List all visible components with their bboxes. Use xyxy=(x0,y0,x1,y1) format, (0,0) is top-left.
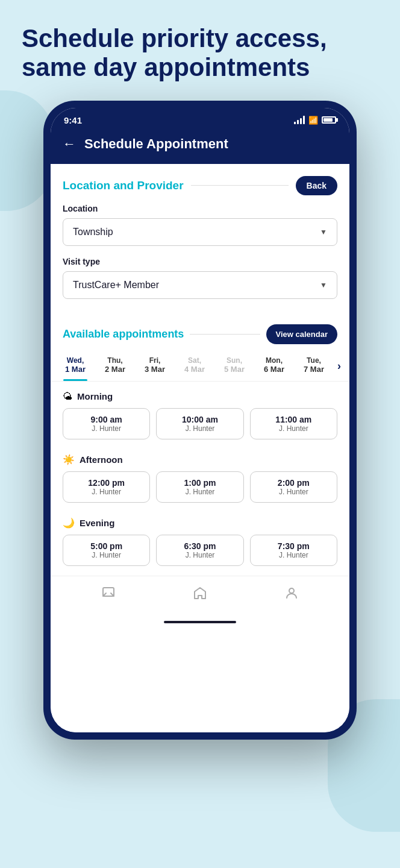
app-content: Location and Provider Back Location Town… xyxy=(51,164,349,732)
time-group-header-evening: 🌙Evening xyxy=(63,517,337,529)
time-group-header-afternoon: ☀️Afternoon xyxy=(63,454,337,465)
phone-wrapper: 9:41 📶 ← Schedule Appointment xyxy=(0,101,400,764)
day-item-3mar[interactable]: Fri,3 Mar xyxy=(135,351,175,381)
messages-icon xyxy=(101,586,116,604)
morning-label: Morning xyxy=(77,391,113,401)
location-label: Location xyxy=(63,204,337,213)
back-button[interactable]: Back xyxy=(296,176,337,195)
morning-icon: 🌤 xyxy=(63,391,72,402)
visit-type-dropdown-arrow: ▼ xyxy=(320,281,327,289)
time-groups: 🌤Morning9:00 amJ. Hunter10:00 amJ. Hunte… xyxy=(51,386,349,576)
time-group-afternoon: ☀️Afternoon12:00 pmJ. Hunter1:00 pmJ. Hu… xyxy=(51,449,349,512)
time-group-evening: 🌙Evening5:00 pmJ. Hunter6:30 pmJ. Hunter… xyxy=(51,512,349,576)
location-dropdown[interactable]: Township ▼ xyxy=(63,218,337,246)
available-divider xyxy=(190,334,260,335)
afternoon-icon: ☀️ xyxy=(63,454,75,465)
profile-icon xyxy=(284,586,299,604)
view-calendar-button[interactable]: View calendar xyxy=(266,324,337,344)
day-item-1mar[interactable]: Wed,1 Mar xyxy=(55,351,95,381)
section-title-location: Location and Provider xyxy=(63,179,184,192)
time-group-morning: 🌤Morning9:00 amJ. Hunter10:00 amJ. Hunte… xyxy=(51,386,349,449)
time-slot-730-pm[interactable]: 7:30 pmJ. Hunter xyxy=(250,535,337,566)
time-slots-evening: 5:00 pmJ. Hunter6:30 pmJ. Hunter7:30 pmJ… xyxy=(63,535,337,566)
phone-device: 9:41 📶 ← Schedule Appointment xyxy=(43,101,357,740)
day-item-4mar[interactable]: Sat,4 Mar xyxy=(175,351,214,381)
app-header: ← Schedule Appointment xyxy=(51,130,349,164)
available-appointments-header: Available appointments View calendar xyxy=(51,316,349,351)
status-icons: 📶 xyxy=(294,116,336,125)
evening-icon: 🌙 xyxy=(63,517,75,529)
day-item-2mar[interactable]: Thu,2 Mar xyxy=(95,351,135,381)
afternoon-label: Afternoon xyxy=(80,454,123,465)
visit-type-dropdown[interactable]: TrustCare+ Member ▼ xyxy=(63,271,337,299)
app-header-title: Schedule Appointment xyxy=(84,136,228,152)
time-slot-1100-am[interactable]: 11:00 amJ. Hunter xyxy=(250,408,337,439)
signal-icon xyxy=(294,116,305,124)
form-section: Location Township ▼ Visit type TrustCare… xyxy=(51,204,349,316)
section-divider xyxy=(191,185,289,186)
day-item-5mar[interactable]: Sun,5 Mar xyxy=(214,351,254,381)
time-slot-630-pm[interactable]: 6:30 pmJ. Hunter xyxy=(156,535,243,566)
evening-label: Evening xyxy=(80,518,114,528)
hero-section: Schedule priority access, same day appoi… xyxy=(0,0,400,101)
day-next-chevron[interactable]: › xyxy=(334,360,345,373)
wifi-icon: 📶 xyxy=(308,116,318,125)
nav-item-messages[interactable] xyxy=(89,583,128,606)
time-slot-900-am[interactable]: 9:00 amJ. Hunter xyxy=(63,408,150,439)
nav-item-profile[interactable] xyxy=(272,583,311,606)
section-header-location: Location and Provider Back xyxy=(51,164,349,204)
visit-type-label: Visit type xyxy=(63,257,337,266)
time-slots-afternoon: 12:00 pmJ. Hunter1:00 pmJ. Hunter2:00 pm… xyxy=(63,471,337,503)
battery-icon xyxy=(322,116,336,124)
home-icon xyxy=(193,586,207,604)
time-slots-morning: 9:00 amJ. Hunter10:00 amJ. Hunter11:00 a… xyxy=(63,408,337,439)
location-value: Township xyxy=(73,227,113,237)
time-slot-500-pm[interactable]: 5:00 pmJ. Hunter xyxy=(63,535,150,566)
nav-item-home[interactable] xyxy=(181,583,219,606)
status-time: 9:41 xyxy=(64,115,82,125)
time-slot-200-pm[interactable]: 2:00 pmJ. Hunter xyxy=(250,471,337,503)
back-arrow-icon[interactable]: ← xyxy=(63,136,76,152)
visit-type-value: TrustCare+ Member xyxy=(73,280,159,291)
time-slot-1200-pm[interactable]: 12:00 pmJ. Hunter xyxy=(63,471,150,503)
time-group-header-morning: 🌤Morning xyxy=(63,391,337,402)
status-bar: 9:41 📶 xyxy=(51,108,349,130)
day-selector: Wed,1 MarThu,2 MarFri,3 MarSat,4 MarSun,… xyxy=(51,351,349,382)
home-indicator xyxy=(164,621,236,623)
time-slot-1000-am[interactable]: 10:00 amJ. Hunter xyxy=(156,408,243,439)
phone-screen: 9:41 📶 ← Schedule Appointment xyxy=(51,108,349,732)
day-item-7mar[interactable]: Tue,7 Mar xyxy=(294,351,334,381)
available-appointments-title: Available appointments xyxy=(63,328,184,341)
time-slot-100-pm[interactable]: 1:00 pmJ. Hunter xyxy=(156,471,243,503)
day-item-6mar[interactable]: Mon,6 Mar xyxy=(254,351,294,381)
location-dropdown-arrow: ▼ xyxy=(320,228,327,236)
bottom-nav xyxy=(51,576,349,616)
svg-point-1 xyxy=(289,588,294,593)
hero-title: Schedule priority access, same day appoi… xyxy=(22,24,378,83)
